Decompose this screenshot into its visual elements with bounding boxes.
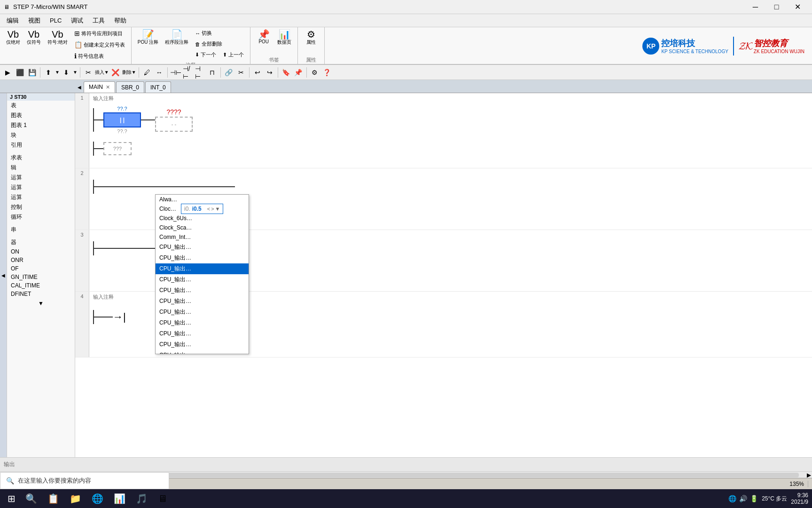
ac-item-commint[interactable]: Comm_Int… [156,232,249,242]
start-button[interactable]: ⊞ [4,491,19,506]
vb-absolute-btn[interactable]: Vb 仅绝对 [4,28,23,47]
contact-box-2[interactable]: - - [155,117,193,132]
sidebar-item-of[interactable]: OF [7,264,75,273]
tab-main-close[interactable]: ✕ [106,84,110,90]
tab-int0[interactable]: INT_0 [145,81,171,93]
maximize-button[interactable]: □ [766,0,787,14]
popup-nav-down[interactable]: ▼ [215,206,220,212]
properties-btn[interactable]: ⚙ 属性 [302,28,320,47]
scroll-right-btn[interactable]: ▶ [805,472,812,478]
symbol-info-btn[interactable]: ℹ 符号信息表 [72,51,127,61]
ac-item-cpu1[interactable]: CPU_输出… [156,242,249,253]
coil-btn[interactable]: ⊣ ⊢ [195,67,206,78]
window-controls[interactable]: ─ □ ✕ [745,0,808,14]
minimize-button[interactable]: ─ [745,0,766,14]
cross-ref-btn[interactable]: 🔗 [223,67,234,78]
taskbar-widgets[interactable]: 📋 [44,491,63,506]
menu-help[interactable]: 帮助 [109,15,131,27]
sidebar-item-op2[interactable]: 运算 [7,183,75,192]
ac-item-clocksca[interactable]: Clock_Sca… [156,223,249,232]
vb-both-btn[interactable]: Vb 符号:绝对 [45,28,70,47]
tab-sbr0[interactable]: SBR_0 [116,81,144,93]
sidebar-item-dfinet[interactable]: DFINET [7,290,75,298]
tab-main[interactable]: MAIN ✕ [84,81,115,93]
menu-tools[interactable]: 工具 [88,15,109,27]
sidebar-item-onr[interactable]: ONR [7,256,75,264]
sidebar-item-gni[interactable]: GN_ITIME [7,273,75,281]
ac-item-cpu7[interactable]: CPU_输出… [156,307,249,318]
sidebar-item-table2[interactable]: 求表 [7,153,75,163]
options-btn[interactable]: ⚙ [309,67,320,78]
undo-btn[interactable]: ↩ [252,67,263,78]
sidebar-scroll-down[interactable]: ▼ [7,300,75,307]
taskbar-app2[interactable]: 🖥 [154,491,171,506]
save-btn[interactable]: 💾 [26,67,38,78]
sidebar-item-edit[interactable]: 辑 [7,163,75,173]
ac-item-alwa[interactable]: Alwa… [156,195,249,204]
taskbar-edge[interactable]: 🌐 [88,491,107,506]
delete-all-btn[interactable]: 🗑全部删除 [193,39,246,49]
branch-btn[interactable]: ⊓ [207,67,218,78]
menu-debug[interactable]: 调试 [66,15,88,27]
contact-box-1b[interactable]: ??? [103,142,132,155]
ac-item-clock6us[interactable]: Clock_6Us… [156,214,249,223]
tray-volume-icon[interactable]: 🔊 [739,495,747,502]
delete-btn[interactable]: ❌ [110,67,121,78]
taskbar-app1[interactable]: 🎵 [132,491,151,506]
tray-battery-icon[interactable]: 🔋 [750,495,758,502]
tray-network-icon[interactable]: 🌐 [728,495,736,502]
popup-nav-left[interactable]: < [207,206,210,212]
sidebar-item-dev[interactable]: 器 [7,238,75,247]
data-page-btn[interactable]: 📊 数据页 [275,28,294,47]
sidebar-item-ctrl[interactable]: 控制 [7,202,75,212]
run-btn[interactable]: ▶ [2,67,13,78]
ac-item-cpu8[interactable]: CPU_输出… [156,318,249,328]
ac-item-cpu5[interactable]: CPU_输出… [156,285,249,296]
next-btn[interactable]: ⬇下一个 [193,50,219,60]
create-symbol-btn[interactable]: 📋 创建未定义符号表 [72,40,127,50]
menu-edit[interactable]: 编辑 [2,15,23,27]
close-button[interactable]: ✕ [787,0,808,14]
sidebar-item-table[interactable]: 表 [7,101,75,111]
menu-plc[interactable]: PLC [45,15,66,26]
move-btn[interactable]: ↔ [154,67,165,78]
sidebar-item-chart[interactable]: 图表 [7,111,75,120]
ac-item-cpu6[interactable]: CPU_输出… [156,296,249,307]
stop-btn[interactable]: ⬛ [14,67,25,78]
prev-btn[interactable]: ⬆上一个 [220,50,246,60]
sidebar-item-loop[interactable]: 循环 [7,212,75,222]
ac-item-cpu2[interactable]: CPU_输出… [156,253,249,263]
pou-btn2[interactable]: 🖊 [141,67,153,78]
pou-btn[interactable]: 📌 POU [254,28,273,46]
ac-item-cpu10[interactable]: CPU_输出… [156,339,249,350]
contact-no-btn[interactable]: ⊣⊢ [170,67,181,78]
sidebar-item-ref[interactable]: 引用 [7,140,75,150]
taskbar-explorer[interactable]: 📁 [66,491,85,506]
menu-view[interactable]: 视图 [23,15,45,27]
sidebar-item-cali[interactable]: CAL_ITIME [7,281,75,290]
sidebar-item-block[interactable]: 块 [7,130,75,140]
bookmark2-btn[interactable]: 📌 [293,67,304,78]
toggle-btn[interactable]: ↔切换 [193,28,246,38]
taskbar-excel[interactable]: 📊 [110,491,129,506]
contact-box-1[interactable]: | | [103,112,141,127]
ac-item-cpu4[interactable]: CPU_输出… [156,274,249,285]
sidebar-toggle[interactable]: ◀ [0,93,7,457]
popup-nav-right[interactable]: > [211,206,214,212]
redo-btn[interactable]: ↪ [264,67,275,78]
sidebar-item-chart1[interactable]: 图表 1 [7,120,75,130]
sidebar-item-op1[interactable]: 运算 [7,173,75,183]
contact-nc-btn[interactable]: ⊣/⊢ [182,67,194,78]
segment-comment-btn[interactable]: 📄 程序段注释 [163,28,191,47]
cut-btn[interactable]: ✂ [235,67,247,78]
bookmark1-btn[interactable]: 🔖 [281,67,292,78]
taskbar-search[interactable]: 🔍 [22,491,41,506]
sidebar-item-op3[interactable]: 运算 [7,192,75,202]
sidebar-item-on[interactable]: ON [7,247,75,256]
sidebar-item-str[interactable]: 串 [7,225,75,235]
ac-item-cpu3[interactable]: CPU_输出… [156,263,249,274]
upload-btn[interactable]: ⬆ [43,67,54,78]
ac-item-cpu11[interactable]: CPU_输出… [156,350,249,354]
vb-symbol-btn[interactable]: Vb 仅符号 [24,28,43,47]
pou-comment-btn[interactable]: 📝 POU 注释 [135,28,161,47]
